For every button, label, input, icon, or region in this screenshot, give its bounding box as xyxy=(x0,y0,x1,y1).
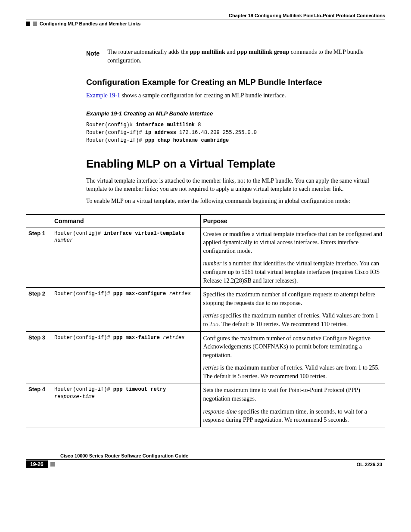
step-cell: Step 2 xyxy=(26,288,52,331)
black-square-icon xyxy=(26,22,30,26)
table-row: Step 4Router(config-if)# ppp timeout ret… xyxy=(26,383,385,427)
step-cell: Step 1 xyxy=(26,227,52,288)
step-cell: Step 4 xyxy=(26,383,52,427)
page-header: Chapter 19 Configuring Multilink Point-t… xyxy=(26,13,385,19)
command-header: Command xyxy=(52,215,200,227)
purpose-header: Purpose xyxy=(200,215,385,227)
command-cell: Router(config-if)# ppp max-failure retri… xyxy=(52,331,200,383)
note-block: Note The router automatically adds the p… xyxy=(86,48,385,65)
divider-icon xyxy=(385,461,385,467)
purpose-cell: Sets the maximum time to wait for Point-… xyxy=(200,383,385,427)
purpose-cell: Creates or modifies a virtual template i… xyxy=(200,227,385,288)
command-table: Command Purpose Step 1Router(config)# in… xyxy=(26,214,385,427)
section-breadcrumb: Configuring MLP Bundles and Member Links xyxy=(26,21,385,26)
example-code-block: Router(config)# interface multilink 8 Ro… xyxy=(86,121,385,144)
enable-paragraph-1: The virtual template interface is attach… xyxy=(86,177,385,193)
page-number: 19-26 xyxy=(26,460,48,468)
footer-guide-title: Cisco 10000 Series Router Software Confi… xyxy=(26,453,385,460)
grey-square-icon xyxy=(50,462,55,467)
note-label: Note xyxy=(86,48,100,65)
purpose-cell: Specifies the maximum number of configur… xyxy=(200,288,385,331)
example-link[interactable]: Example 19-1 xyxy=(86,92,120,99)
table-row: Step 1Router(config)# interface virtual-… xyxy=(26,227,385,288)
example-title: Example 19-1 Creating an MLP Bundle Inte… xyxy=(86,110,385,117)
enable-mlp-heading: Enabling MLP on a Virtual Template xyxy=(86,157,385,171)
section-title: Configuring MLP Bundles and Member Links xyxy=(40,21,140,26)
chapter-title: Chapter 19 Configuring Multilink Point-t… xyxy=(229,13,385,18)
note-text: The router automatically adds the ppp mu… xyxy=(107,48,385,65)
table-row: Step 2Router(config-if)# ppp max-configu… xyxy=(26,288,385,331)
enable-paragraph-2: To enable MLP on a virtual template, ent… xyxy=(86,197,385,205)
purpose-cell: Configures the maximum number of consecu… xyxy=(200,331,385,383)
grey-square-icon xyxy=(33,22,37,26)
command-cell: Router(config-if)# ppp max-configure ret… xyxy=(52,288,200,331)
command-cell: Router(config)# interface virtual-templa… xyxy=(52,227,200,288)
config-example-heading: Configuration Example for Creating an ML… xyxy=(86,78,385,87)
step-cell: Step 3 xyxy=(26,331,52,383)
page-footer: Cisco 10000 Series Router Software Confi… xyxy=(26,453,385,468)
table-row: Step 3Router(config-if)# ppp max-failure… xyxy=(26,331,385,383)
command-cell: Router(config-if)# ppp timeout retryresp… xyxy=(52,383,200,427)
document-id: OL-2226-23 xyxy=(357,462,382,467)
step-header xyxy=(26,215,52,227)
intro-paragraph: Example 19-1 shows a sample configuratio… xyxy=(86,91,385,100)
